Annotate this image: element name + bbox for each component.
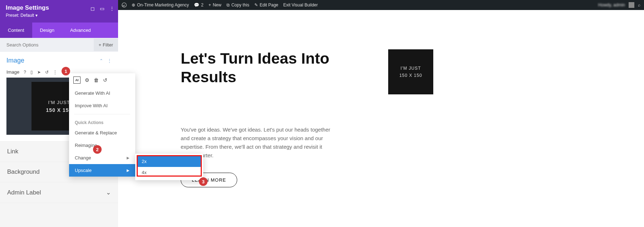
search-input[interactable] xyxy=(0,38,94,52)
chevron-right-icon: ▶ xyxy=(127,156,130,160)
plus-icon: + xyxy=(99,42,102,48)
collapse-icon[interactable]: ⌃ xyxy=(99,58,103,63)
avatar[interactable] xyxy=(629,2,634,8)
wp-user-greeting[interactable]: Howdy, admin xyxy=(598,3,625,8)
menu-change[interactable]: Change ▶ xyxy=(69,152,135,164)
wp-copy-label: Copy this xyxy=(231,3,249,8)
pencil-icon: ✎ xyxy=(254,3,258,8)
field-more-icon[interactable]: ⋮ xyxy=(53,70,57,75)
ai-icon[interactable]: AI xyxy=(73,77,80,84)
preset-label: Preset: Default xyxy=(6,13,34,18)
preset-selector[interactable]: Preset: Default ▾ xyxy=(6,13,38,18)
image-field-label: Image xyxy=(6,69,19,75)
wp-new[interactable]: + New xyxy=(209,3,221,8)
help-icon[interactable]: ? xyxy=(24,70,26,75)
thumb-line1: I'M JUST xyxy=(48,100,70,105)
page-content: Let's Turn Ideas Into Results You've got… xyxy=(118,10,644,227)
annotation-badge-1: 1 xyxy=(62,67,70,75)
filter-button[interactable]: + Filter xyxy=(94,39,118,51)
reset-icon[interactable]: ↺ xyxy=(45,70,49,75)
background-label: Background xyxy=(7,168,40,176)
chevron-right-icon: ▶ xyxy=(127,168,130,172)
link-label: Link xyxy=(7,148,18,155)
expand-icon[interactable]: ▭ xyxy=(100,6,104,11)
tab-advanced[interactable]: Advanced xyxy=(62,23,99,38)
hero-img-line1: I'M JUST xyxy=(401,66,421,71)
wp-comments[interactable]: 💬 2 xyxy=(194,3,204,8)
wp-admin-bar: ⊕ On-Time Marketing Agency 💬 2 + New ⧉ C… xyxy=(118,0,644,10)
filter-label: Filter xyxy=(103,42,113,48)
gear-icon[interactable]: ⚙ xyxy=(85,77,89,83)
menu-improve-ai[interactable]: Improve With AI xyxy=(69,99,135,112)
ai-dropdown: AI ⚙ 🗑 ↺ Generate With AI Improve With A… xyxy=(69,73,135,177)
wp-site-name: On-Time Marketing Agency xyxy=(137,3,189,8)
wp-logo[interactable] xyxy=(122,3,127,8)
wp-comments-count: 2 xyxy=(201,3,204,8)
search-icon[interactable]: ⌕ xyxy=(638,3,640,8)
admin-label-text: Admin Label xyxy=(7,189,41,196)
dashboard-icon: ⊕ xyxy=(132,3,135,8)
undo-icon[interactable]: ↺ xyxy=(103,77,107,83)
wp-site-link[interactable]: ⊕ On-Time Marketing Agency xyxy=(132,3,189,8)
menu-generate-ai[interactable]: Generate With AI xyxy=(69,87,135,99)
responsive-icon[interactable]: ◻ xyxy=(91,6,95,11)
menu-change-label: Change xyxy=(75,155,91,161)
wp-edit-label: Edit Page xyxy=(260,3,278,8)
upscale-2x[interactable]: 2x xyxy=(137,156,201,167)
hero-paragraph: You've got ideas. We've got ideas. Let's… xyxy=(181,125,331,160)
thumb-line2: 150 X 150 xyxy=(46,107,72,113)
hero-img-line2: 150 X 150 xyxy=(399,73,422,78)
wp-copy[interactable]: ⧉ Copy this xyxy=(226,3,249,8)
wp-exit-builder[interactable]: Exit Visual Builder xyxy=(283,3,318,8)
hover-icon[interactable]: ➤ xyxy=(37,70,41,75)
upscale-4x[interactable]: 4x xyxy=(137,167,201,178)
section-more-icon[interactable]: ⋮ xyxy=(107,58,112,63)
tab-content[interactable]: Content xyxy=(0,23,32,38)
comment-icon: 💬 xyxy=(194,3,199,8)
settings-tabs: Content Design Advanced xyxy=(0,23,118,38)
menu-upscale-label: Upscale xyxy=(75,168,92,173)
annotation-badge-3: 3 xyxy=(199,177,208,186)
quick-actions-header: Quick Actions xyxy=(69,117,135,127)
tablet-icon[interactable]: ▯ xyxy=(30,70,33,75)
copy-icon: ⧉ xyxy=(226,3,230,8)
upscale-submenu: 2x 4x xyxy=(135,154,203,180)
image-section-title: Image xyxy=(6,57,24,64)
sidebar-header: Image Settings Preset: Default ▾ ◻ ▭ ⋮ xyxy=(0,0,118,23)
tab-design[interactable]: Design xyxy=(32,23,62,38)
chevron-down-icon: ▾ xyxy=(35,13,38,18)
plus-icon: + xyxy=(209,3,211,8)
hero-heading: Let's Turn Ideas Into Results xyxy=(181,49,338,86)
trash-icon[interactable]: 🗑 xyxy=(94,77,99,83)
hero-image-placeholder[interactable]: I'M JUST 150 X 150 xyxy=(388,49,433,94)
annotation-badge-2: 2 xyxy=(93,145,102,154)
chevron-down-icon: ⌄ xyxy=(106,189,111,196)
menu-upscale[interactable]: Upscale ▶ xyxy=(69,164,135,177)
wp-edit-page[interactable]: ✎ Edit Page xyxy=(254,3,278,8)
admin-label-accordion[interactable]: Admin Label ⌄ xyxy=(0,182,118,203)
wp-new-label: New xyxy=(213,3,221,8)
more-icon[interactable]: ⋮ xyxy=(109,6,114,11)
search-row: + Filter xyxy=(0,38,118,52)
menu-reimagine[interactable]: Reimagine xyxy=(69,139,135,152)
menu-generate-replace[interactable]: Generate & Replace xyxy=(69,127,135,139)
